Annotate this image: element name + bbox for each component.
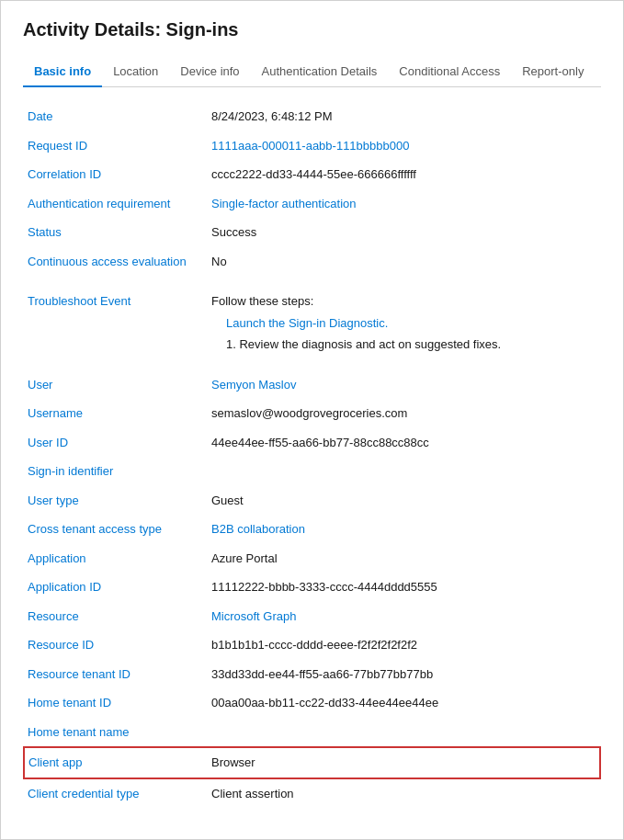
row-value [208,457,600,486]
troubleshoot-step: 1. Review the diagnosis and act on sugge… [226,335,596,354]
tab-device-info[interactable]: Device info [169,57,250,87]
table-row: Client appBrowser [24,747,600,778]
tab-basic-info[interactable]: Basic info [23,57,102,87]
row-value: Browser [208,747,600,778]
table-row: StatusSuccess [24,218,600,247]
troubleshoot-link[interactable]: Launch the Sign-in Diagnostic. [226,314,596,333]
row-value: Follow these steps:Launch the Sign-in Di… [208,287,600,359]
table-row: Home tenant name [24,718,600,748]
tab-conditional-access[interactable]: Conditional Access [388,57,511,87]
row-label: Resource tenant ID [24,660,208,689]
row-label: Authentication requirement [24,189,208,219]
row-label: User ID [24,428,208,458]
tab-report-only[interactable]: Report-only [511,57,595,87]
table-row: Resource IDb1b1b1b1-cccc-dddd-eeee-f2f2f… [24,630,600,660]
row-label: User [24,370,208,400]
table-row: Sign-in identifier [24,457,600,486]
row-label: Resource [24,602,208,631]
table-row: User typeGuest [24,486,600,516]
row-value: Success [208,218,600,247]
row-label: Client credential type [24,778,208,809]
table-row: Cross tenant access typeB2B collaboratio… [24,515,600,544]
row-label: Username [24,399,208,428]
row-link[interactable]: B2B collaboration [211,522,305,536]
table-row: Application ID11112222-bbbb-3333-cccc-44… [24,573,600,602]
row-value: 44ee44ee-ff55-aa66-bb77-88cc88cc88cc [208,428,600,458]
table-row: Usernamesemaslov@woodgrovegroceries.com [24,399,600,428]
row-value[interactable]: 1111aaa-000011-aabb-111bbbbb000 [208,131,600,161]
row-label: Request ID [24,131,208,161]
table-row: Troubleshoot EventFollow these steps:Lau… [24,287,600,359]
row-link[interactable]: Semyon Maslov [211,378,296,392]
row-label: Cross tenant access type [24,515,208,544]
table-row: UserSemyon Maslov [24,370,600,400]
table-row: Client credential typeClient assertion [24,778,600,809]
tab-bar: Basic infoLocationDevice infoAuthenticat… [23,57,601,87]
table-row: Authentication requirementSingle-factor … [24,189,600,219]
row-label: Date [24,102,208,131]
table-row: Resource tenant ID33dd33dd-ee44-ff55-aa6… [24,660,600,689]
row-label: Correlation ID [24,160,208,189]
row-label: Application [24,544,208,573]
row-value [208,718,600,748]
table-row: Home tenant ID00aa00aa-bb11-cc22-dd33-44… [24,688,600,718]
table-row: Correlation IDcccc2222-dd33-4444-55ee-66… [24,160,600,189]
table-row: Request ID1111aaa-000011-aabb-111bbbbb00… [24,131,600,161]
row-value[interactable]: B2B collaboration [208,515,600,544]
activity-details-panel: Activity Details: Sign-ins Basic infoLoc… [0,0,624,840]
row-value[interactable]: Semyon Maslov [208,370,600,400]
row-label: Troubleshoot Event [24,287,208,359]
row-link[interactable]: 1111aaa-000011-aabb-111bbbbb000 [211,139,409,153]
row-value: cccc2222-dd33-4444-55ee-666666ffffff [208,160,600,189]
panel-title: Activity Details: Sign-ins [23,19,601,40]
row-label: Resource ID [24,630,208,660]
row-value: 11112222-bbbb-3333-cccc-4444dddd5555 [208,573,600,602]
row-label: Home tenant ID [24,688,208,718]
row-value: 33dd33dd-ee44-ff55-aa66-77bb77bb77bb [208,660,600,689]
row-value: 00aa00aa-bb11-cc22-dd33-44ee44ee44ee [208,688,600,718]
table-row: ApplicationAzure Portal [24,544,600,573]
row-value: 8/24/2023, 6:48:12 PM [208,102,600,131]
row-label: User type [24,486,208,516]
spacer-row [24,276,600,287]
tab-location[interactable]: Location [102,57,169,87]
row-value: Azure Portal [208,544,600,573]
row-value: b1b1b1b1-cccc-dddd-eeee-f2f2f2f2f2f2 [208,630,600,660]
row-label: Client app [24,747,208,778]
row-value: No [208,247,600,277]
table-row: Date8/24/2023, 6:48:12 PM [24,102,600,131]
troubleshoot-header: Follow these steps: [211,292,596,311]
row-value: Client assertion [208,778,600,809]
spacer-row [24,359,600,370]
row-label: Continuous access evaluation [24,247,208,277]
row-label: Status [24,218,208,247]
row-value: Guest [208,486,600,516]
row-label: Sign-in identifier [24,457,208,486]
tab-authentication-details[interactable]: Authentication Details [251,57,389,87]
table-row: User ID44ee44ee-ff55-aa66-bb77-88cc88cc8… [24,428,600,458]
row-link[interactable]: Single-factor authentication [211,197,357,210]
row-label: Home tenant name [24,718,208,748]
table-row: Continuous access evaluationNo [24,247,600,277]
info-table: Date8/24/2023, 6:48:12 PMRequest ID1111a… [23,102,601,808]
row-link[interactable]: Microsoft Graph [211,609,296,623]
table-row: ResourceMicrosoft Graph [24,602,600,631]
row-value[interactable]: Single-factor authentication [208,189,600,219]
row-value[interactable]: Microsoft Graph [208,602,600,631]
row-value: semaslov@woodgrovegroceries.com [208,399,600,428]
row-label: Application ID [24,573,208,602]
